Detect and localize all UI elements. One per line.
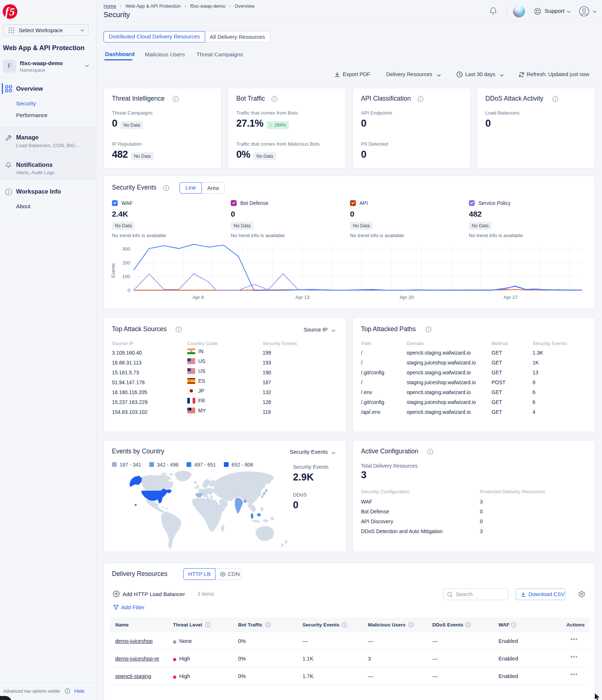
svg-text:Apr 27: Apr 27 bbox=[504, 295, 518, 300]
svg-text:Apr 13: Apr 13 bbox=[296, 295, 309, 300]
svg-text:200: 200 bbox=[122, 260, 130, 266]
svg-text:100: 100 bbox=[122, 274, 130, 279]
svg-text:Apr 6: Apr 6 bbox=[192, 295, 204, 300]
svg-text:5: 5 bbox=[10, 5, 15, 18]
svg-text:Apr 20: Apr 20 bbox=[400, 295, 414, 300]
svg-text:Events: Events bbox=[110, 263, 116, 278]
svg-text:300: 300 bbox=[122, 246, 130, 252]
svg-text:0: 0 bbox=[128, 288, 130, 293]
